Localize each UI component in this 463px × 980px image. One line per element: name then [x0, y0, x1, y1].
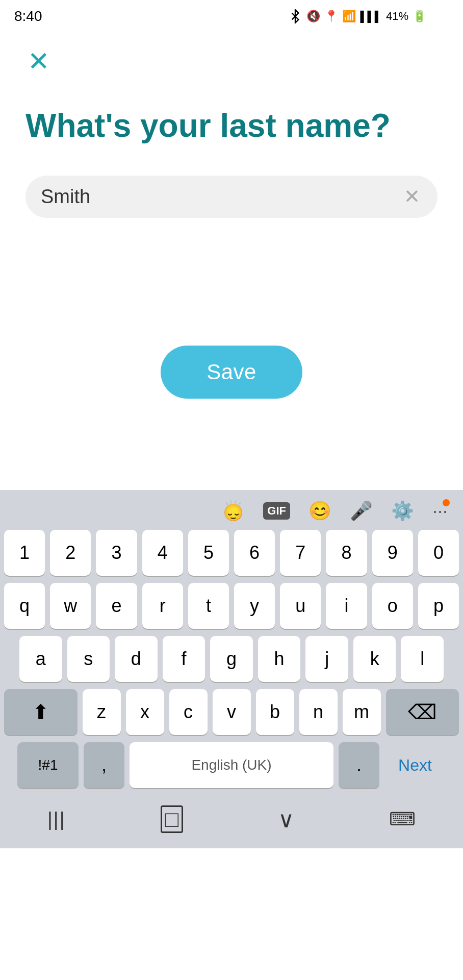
zxcv-row: ⬆ z x c v b n m ⌫ — [4, 689, 459, 735]
page-title: What's your last name? — [25, 107, 438, 145]
key-i[interactable]: i — [326, 583, 367, 629]
key-t[interactable]: t — [188, 583, 229, 629]
home-nav-icon[interactable]: □ — [161, 805, 184, 833]
shift-icon: ⬆ — [32, 700, 49, 724]
space-key[interactable]: English (UK) — [130, 742, 333, 788]
wifi-icon: 📶 — [342, 10, 356, 23]
key-n[interactable]: n — [299, 689, 338, 735]
key-8[interactable]: 8 — [326, 530, 367, 576]
clear-icon: ✕ — [404, 186, 420, 207]
close-icon: ✕ — [28, 46, 50, 76]
backspace-key[interactable]: ⌫ — [386, 689, 459, 735]
key-y[interactable]: y — [234, 583, 275, 629]
symbols-key[interactable]: !#1 — [17, 742, 79, 788]
last-name-input[interactable] — [41, 186, 402, 208]
signal-icon: ▌▌▌ — [360, 11, 382, 22]
key-p[interactable]: p — [418, 583, 459, 629]
gif-icon[interactable]: GIF — [263, 502, 290, 520]
save-button[interactable]: Save — [161, 346, 302, 399]
key-2[interactable]: 2 — [50, 530, 91, 576]
more-options-icon[interactable]: ··· — [432, 500, 448, 522]
mute-icon: 🔇 — [306, 10, 320, 23]
navigation-bar: ||| □ ∨ ⌨ — [0, 795, 463, 848]
battery-icon: 🔋 — [413, 10, 426, 23]
key-z[interactable]: z — [83, 689, 121, 735]
keyboard: 🙂‍↕ GIF 😊 🎤 ⚙️ ··· 1 2 3 4 5 6 7 8 9 0 — [0, 490, 463, 848]
key-a[interactable]: a — [19, 636, 62, 682]
key-s[interactable]: s — [67, 636, 110, 682]
asdf-row: a s d f g h j k l — [4, 636, 459, 682]
emoji-icon[interactable]: 😊 — [308, 500, 331, 522]
key-l[interactable]: l — [401, 636, 444, 682]
bottom-row: !#1 , English (UK) . Next — [4, 742, 459, 788]
key-1[interactable]: 1 — [4, 530, 45, 576]
backspace-icon: ⌫ — [408, 700, 437, 724]
sticker-icon[interactable]: 🙂‍↕ — [222, 500, 245, 522]
bluetooth-icon — [288, 9, 302, 23]
location-icon: 📍 — [324, 10, 338, 23]
clear-input-button[interactable]: ✕ — [402, 187, 422, 206]
mic-icon[interactable]: 🎤 — [350, 500, 373, 522]
key-w[interactable]: w — [50, 583, 91, 629]
key-k[interactable]: k — [353, 636, 396, 682]
period-key[interactable]: . — [339, 742, 379, 788]
save-button-wrapper: Save — [25, 346, 438, 399]
key-u[interactable]: u — [280, 583, 321, 629]
qwerty-row: q w e r t y u i o p — [4, 583, 459, 629]
gear-icon[interactable]: ⚙️ — [391, 500, 414, 522]
key-0[interactable]: 0 — [418, 530, 459, 576]
shift-key[interactable]: ⬆ — [4, 689, 78, 735]
notification-dot — [443, 499, 450, 506]
back-nav-icon[interactable]: ||| — [47, 808, 66, 830]
key-j[interactable]: j — [305, 636, 348, 682]
key-5[interactable]: 5 — [188, 530, 229, 576]
status-icons: 🔇 📍 📶 ▌▌▌ 🎬 ✳ 🔇 📍 📶 41% 41% 🔋 — [288, 9, 449, 23]
key-h[interactable]: h — [258, 636, 301, 682]
keyboard-toolbar: 🙂‍↕ GIF 😊 🎤 ⚙️ ··· — [0, 490, 463, 527]
key-c[interactable]: c — [169, 689, 208, 735]
key-o[interactable]: o — [372, 583, 413, 629]
key-3[interactable]: 3 — [96, 530, 137, 576]
camera-record-icon — [257, 0, 275, 9]
key-e[interactable]: e — [96, 583, 137, 629]
key-q[interactable]: q — [4, 583, 45, 629]
key-d[interactable]: d — [115, 636, 158, 682]
key-g[interactable]: g — [210, 636, 253, 682]
keyboard-nav-icon[interactable]: ⌨ — [389, 808, 416, 830]
key-v[interactable]: v — [213, 689, 251, 735]
status-time: 8:40 — [14, 8, 42, 24]
key-r[interactable]: r — [142, 583, 183, 629]
key-b[interactable]: b — [256, 689, 294, 735]
number-row: 1 2 3 4 5 6 7 8 9 0 — [4, 530, 459, 576]
status-bar: 8:40 🔇 📍 📶 ▌▌▌ 🎬 ✳ 🔇 📍 📶 41% 41% 🔋 — [0, 0, 463, 31]
key-6[interactable]: 6 — [234, 530, 275, 576]
close-button[interactable]: ✕ — [25, 46, 52, 77]
key-f[interactable]: f — [163, 636, 205, 682]
key-4[interactable]: 4 — [142, 530, 183, 576]
battery-percent: 41% — [386, 10, 408, 23]
keyboard-keys: 1 2 3 4 5 6 7 8 9 0 q w e r t y u i o p … — [0, 527, 463, 788]
key-9[interactable]: 9 — [372, 530, 413, 576]
next-key[interactable]: Next — [384, 742, 446, 788]
main-content: ✕ What's your last name? ✕ Save — [0, 31, 463, 490]
comma-key[interactable]: , — [84, 742, 124, 788]
key-m[interactable]: m — [343, 689, 381, 735]
last-name-input-container: ✕ — [25, 176, 438, 218]
recents-nav-icon[interactable]: ∨ — [278, 806, 294, 832]
key-7[interactable]: 7 — [280, 530, 321, 576]
key-x[interactable]: x — [126, 689, 164, 735]
